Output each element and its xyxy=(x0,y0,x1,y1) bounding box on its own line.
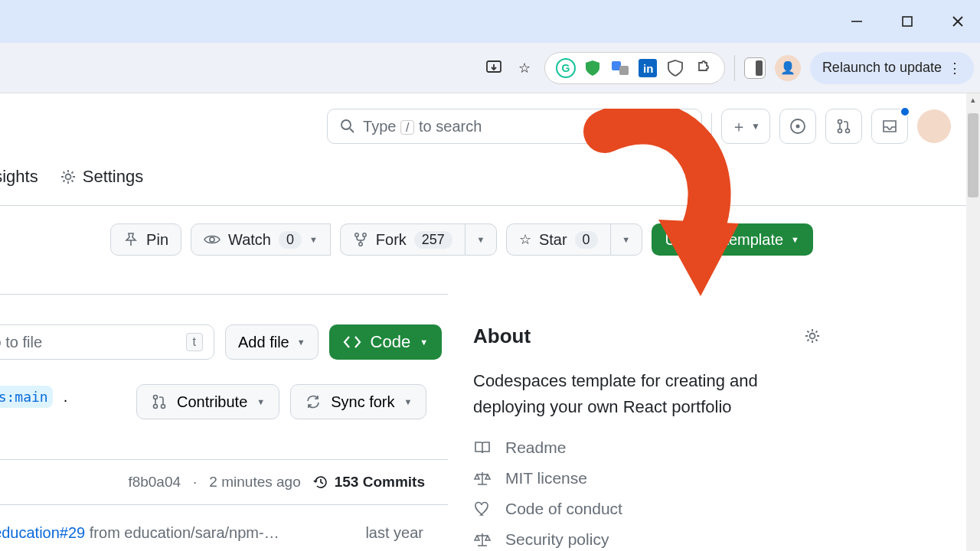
gear-icon xyxy=(804,328,821,344)
close-button[interactable] xyxy=(943,7,972,36)
extensions-group: G in xyxy=(544,52,725,84)
commits-link[interactable]: 153 Commits xyxy=(313,474,425,491)
fork-button[interactable]: Fork257 xyxy=(340,223,465,256)
heart-hands-icon xyxy=(473,500,492,517)
svg-point-13 xyxy=(838,120,842,124)
pin-button[interactable]: Pin xyxy=(110,223,181,256)
file-updated: last year xyxy=(365,524,423,542)
window-titlebar xyxy=(0,0,980,43)
privacy-shield-icon[interactable] xyxy=(665,57,686,79)
scrollbar-thumb[interactable] xyxy=(968,113,978,197)
security-link[interactable]: Security policy xyxy=(473,530,821,549)
browser-toolbar: ☆ G in 👤 Relaunch to update ⋮ xyxy=(0,43,980,93)
issues-button[interactable] xyxy=(779,109,816,144)
commit-sha[interactable]: f8b0a04 xyxy=(128,474,181,491)
readme-link[interactable]: Readme xyxy=(473,439,821,457)
relaunch-label: Relaunch to update xyxy=(822,60,942,76)
law-icon xyxy=(473,470,492,487)
history-icon xyxy=(313,474,328,490)
svg-point-18 xyxy=(355,233,358,236)
svg-point-16 xyxy=(65,174,70,180)
search-input[interactable]: Type / to search xyxy=(327,109,702,144)
plus-icon: ＋ xyxy=(731,116,746,137)
code-icon xyxy=(343,334,361,350)
use-template-button[interactable]: Use this template▼ xyxy=(652,223,813,256)
bookmark-star-icon[interactable]: ☆ xyxy=(514,57,535,79)
install-app-icon[interactable] xyxy=(483,57,505,79)
svg-point-20 xyxy=(359,243,362,246)
go-to-file-placeholder: Go to file xyxy=(0,334,42,351)
commit-time: 2 minutes ago xyxy=(209,474,300,491)
commit-summary: f8b0a04 · 2 minutes ago 153 Commits xyxy=(0,459,448,505)
add-file-button[interactable]: Add file▼ xyxy=(225,324,318,360)
gear-icon xyxy=(60,168,77,185)
svg-point-15 xyxy=(846,129,850,133)
profile-avatar-icon[interactable]: 👤 xyxy=(775,55,801,81)
tab-insights[interactable]: nsights xyxy=(0,167,38,187)
pin-icon xyxy=(123,232,139,247)
svg-point-22 xyxy=(154,405,158,409)
notifications-button[interactable] xyxy=(871,109,908,144)
latest-commit-row[interactable]: st education#29 from education/sara/npm-… xyxy=(0,513,448,551)
tab-settings[interactable]: Settings xyxy=(60,167,144,187)
about-settings-button[interactable] xyxy=(804,328,821,344)
github-page: Type / to search ＋▼ nsights Settings Pin… xyxy=(0,93,966,551)
star-dropdown[interactable]: ▼ xyxy=(610,223,642,256)
linkedin-icon[interactable]: in xyxy=(637,57,658,79)
kebab-icon: ⋮ xyxy=(948,60,962,77)
extensions-puzzle-icon[interactable] xyxy=(692,57,714,79)
grammarly-icon[interactable]: G xyxy=(556,58,576,78)
star-count: 0 xyxy=(575,231,598,249)
search-placeholder: Type / to search xyxy=(363,118,482,135)
inbox-icon xyxy=(881,118,898,135)
sync-fork-button[interactable]: Sync fork▼ xyxy=(290,384,426,419)
go-to-file-input[interactable]: Go to file t xyxy=(0,324,214,360)
create-new-button[interactable]: ＋▼ xyxy=(721,109,770,144)
side-panel-icon[interactable] xyxy=(744,57,766,79)
fork-icon xyxy=(353,232,368,247)
watch-button[interactable]: Watch0▼ xyxy=(191,223,331,256)
repo-action-bar: Pin Watch0▼ Fork257 ▼ ☆Star0 ▼ Use this … xyxy=(110,223,813,256)
pull-requests-button[interactable] xyxy=(825,109,862,144)
code-button[interactable]: Code▼ xyxy=(329,324,442,360)
svg-rect-6 xyxy=(619,66,629,75)
caret-down-icon: ▼ xyxy=(791,235,799,244)
repo-nav-tabs: nsights Settings xyxy=(0,167,143,187)
svg-point-12 xyxy=(796,125,800,129)
fork-count: 257 xyxy=(414,231,452,249)
sync-icon xyxy=(305,393,322,410)
svg-rect-1 xyxy=(903,17,912,26)
maximize-button[interactable] xyxy=(893,7,922,36)
circle-dot-icon xyxy=(789,118,806,135)
star-button[interactable]: ☆Star0 xyxy=(506,223,610,256)
watch-count: 0 xyxy=(279,231,302,249)
book-icon xyxy=(473,439,492,456)
eye-icon xyxy=(204,233,220,246)
svg-point-23 xyxy=(162,405,165,409)
license-link[interactable]: MIT license xyxy=(473,469,821,487)
shield-green-icon[interactable] xyxy=(582,57,603,79)
about-heading: About xyxy=(473,324,821,348)
branch-info: -js:main . xyxy=(0,386,67,408)
svg-point-21 xyxy=(154,396,158,399)
fork-dropdown[interactable]: ▼ xyxy=(465,223,497,256)
code-of-conduct-link[interactable]: Code of conduct xyxy=(473,500,821,518)
about-panel: About Codespaces template for creating a… xyxy=(473,324,821,551)
notification-dot-icon xyxy=(900,106,910,117)
relaunch-button[interactable]: Relaunch to update ⋮ xyxy=(810,52,974,84)
vertical-scrollbar[interactable]: ▴ xyxy=(966,93,980,551)
svg-text:in: in xyxy=(643,62,653,75)
user-avatar[interactable] xyxy=(917,109,951,143)
go-to-file-key: t xyxy=(186,333,203,351)
svg-point-9 xyxy=(341,120,351,129)
star-icon: ☆ xyxy=(519,231,531,248)
pr-link[interactable]: education#29 xyxy=(0,524,85,541)
svg-point-24 xyxy=(810,334,815,339)
law-icon xyxy=(473,531,492,548)
search-icon xyxy=(340,119,355,134)
translate-icon[interactable] xyxy=(609,57,631,79)
contribute-button[interactable]: Contribute▼ xyxy=(136,384,279,419)
upstream-branch-chip[interactable]: -js:main xyxy=(0,386,53,408)
about-description: Codespaces template for creating and dep… xyxy=(473,368,821,420)
minimize-button[interactable] xyxy=(842,7,871,36)
